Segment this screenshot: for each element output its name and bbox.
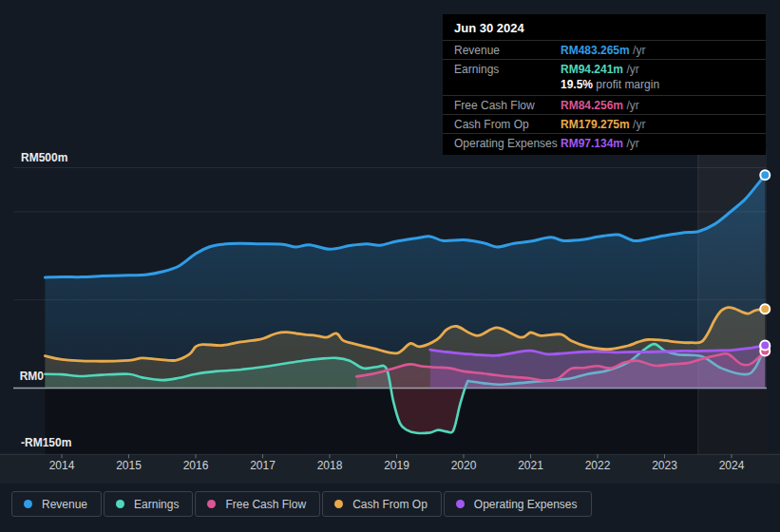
y-axis-label-neg150m: -RM150m	[21, 437, 71, 449]
y-axis-label-0: RM0	[0, 370, 44, 383]
legend-dot-opex-icon	[456, 500, 465, 508]
legend-dot-cashop-icon	[334, 500, 343, 508]
opex-endpoint-dot	[760, 340, 770, 350]
tooltip-value-unit: /yr	[623, 137, 639, 150]
x-axis-label-2023: 2023	[644, 459, 686, 472]
tooltip-value: RM94.241m /yr	[561, 63, 639, 76]
tooltip-label: Revenue	[454, 44, 561, 57]
y-axis-label-500m: RM500m	[21, 152, 67, 164]
x-axis-label-2015: 2015	[108, 459, 150, 472]
tooltip-value-unit: /yr	[623, 99, 639, 112]
tooltip-value: RM179.275m /yr	[561, 118, 645, 131]
legend-item-fcf[interactable]: Free Cash Flow	[195, 491, 320, 517]
chart-tooltip: Jun 30 2024 RevenueRM483.265m /yrEarning…	[443, 14, 766, 155]
legend-item-label: Cash From Op	[352, 498, 428, 511]
tooltip-value: RM84.256m /yr	[561, 99, 639, 112]
legend-item-label: Operating Expenses	[474, 498, 578, 511]
x-axis-label-2014: 2014	[41, 459, 83, 472]
legend-item-label: Free Cash Flow	[225, 498, 306, 511]
x-axis-label-2017: 2017	[242, 459, 284, 472]
tooltip-label: Operating Expenses	[454, 137, 561, 150]
legend-item-label: Earnings	[134, 498, 179, 511]
tooltip-row-earnings: EarningsRM94.241m /yr19.5% profit margin	[443, 60, 766, 96]
legend-dot-revenue-icon	[24, 500, 32, 508]
tooltip-date: Jun 30 2024	[443, 14, 766, 41]
legend-item-earnings[interactable]: Earnings	[104, 491, 193, 517]
tooltip-rows: RevenueRM483.265m /yrEarningsRM94.241m /…	[443, 41, 766, 152]
tooltip-value: RM483.265m /yr	[561, 44, 645, 57]
revenue-endpoint-dot	[760, 170, 770, 180]
legend-dot-fcf-icon	[207, 500, 216, 508]
x-axis-label-2021: 2021	[510, 459, 552, 472]
tooltip-label: Earnings	[454, 63, 561, 76]
x-axis-label-2020: 2020	[443, 459, 485, 472]
legend-dot-earnings-icon	[116, 500, 124, 508]
x-axis-label-2018: 2018	[309, 459, 351, 472]
cashop-endpoint-dot	[760, 304, 770, 314]
x-axis-label-2024: 2024	[711, 459, 752, 472]
tooltip-row-cashop: Cash From OpRM179.275m /yr	[443, 115, 766, 134]
stock-financials-chart: RM500m RM0 -RM150m 201420152016201720182…	[0, 0, 780, 532]
tooltip-value-unit: /yr	[630, 118, 646, 131]
legend-item-revenue[interactable]: Revenue	[11, 491, 102, 517]
tooltip-row-opex: Operating ExpensesRM97.134m /yr	[443, 134, 766, 152]
tooltip-row-fcf: Free Cash FlowRM84.256m /yr	[443, 96, 766, 115]
x-axis-label-2016: 2016	[175, 459, 217, 472]
chart-legend: RevenueEarningsFree Cash FlowCash From O…	[11, 491, 592, 517]
x-axis-label-2019: 2019	[376, 459, 418, 472]
tooltip-value-unit: /yr	[623, 63, 639, 76]
tooltip-row-revenue: RevenueRM483.265m /yr	[443, 41, 766, 60]
legend-item-cashop[interactable]: Cash From Op	[322, 491, 442, 517]
tooltip-label: Free Cash Flow	[454, 99, 561, 112]
legend-item-opex[interactable]: Operating Expenses	[444, 491, 592, 517]
profit-margin-note: 19.5% profit margin	[443, 78, 766, 95]
x-axis-label-2022: 2022	[577, 459, 618, 472]
tooltip-value-unit: /yr	[630, 44, 646, 57]
tooltip-label: Cash From Op	[454, 118, 561, 131]
legend-item-label: Revenue	[42, 498, 87, 511]
tooltip-value: RM97.134m /yr	[561, 137, 639, 150]
